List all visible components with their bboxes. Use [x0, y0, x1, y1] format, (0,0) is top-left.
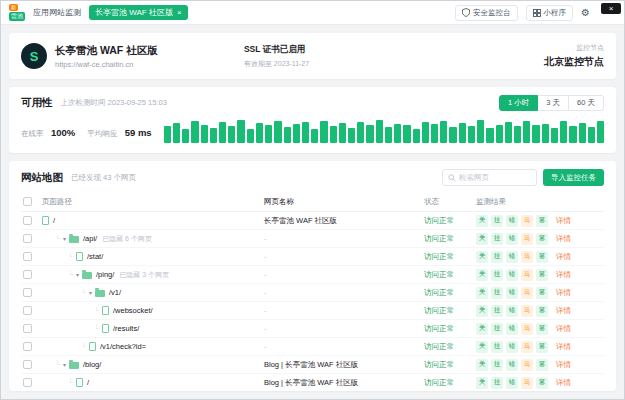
tab-current-site[interactable]: 长亭雷池 WAF 社区版 ×	[89, 5, 188, 20]
row-checkbox[interactable]	[23, 378, 32, 387]
site-url-link[interactable]: https://waf-ce.chaitin.cn	[55, 60, 158, 69]
check-tag: 错	[506, 359, 518, 371]
page-path-link[interactable]: /websocket/	[113, 306, 153, 315]
table-row[interactable]: └▾/ping/已隐藏 3 个网页-访问正常关挂错马篡详情	[21, 266, 604, 284]
page-path-link[interactable]: /results/	[113, 324, 139, 333]
check-tag: 挂	[491, 305, 503, 317]
sitemap-subtitle: 已经发现 43 个网页	[71, 173, 136, 183]
page-path-link[interactable]: /ping/	[96, 270, 114, 279]
cell-page-path: └/results/	[42, 324, 264, 333]
search-box[interactable]	[442, 169, 537, 186]
row-checkbox[interactable]	[23, 324, 32, 333]
availability-bar	[496, 125, 503, 143]
check-tag: 马	[521, 233, 533, 245]
cell-page-path: └▾/api/已隐藏 6 个网页	[42, 234, 264, 244]
cell-page-path: └▾/blog/	[42, 360, 264, 369]
availability-bar	[256, 123, 263, 143]
detail-link[interactable]: 详情	[556, 378, 571, 388]
security-console-button[interactable]: 安全监控台	[455, 5, 518, 21]
table-row[interactable]: └▾/api/已隐藏 6 个网页-访问正常关挂错马篡详情	[21, 230, 604, 248]
check-tag: 篡	[536, 287, 548, 299]
sitemap-actions: 导入监控任务	[442, 169, 604, 186]
monitor-node-value: 北京监控节点	[433, 55, 604, 69]
expand-caret-icon[interactable]: ▾	[89, 289, 92, 296]
check-tag: 错	[506, 323, 518, 335]
expand-caret-icon[interactable]: ▾	[63, 361, 66, 368]
folder-icon	[82, 272, 92, 279]
table-row[interactable]: └/results/-访问正常关挂错马篡详情	[21, 320, 604, 338]
page-path-link[interactable]: /stat/	[87, 252, 103, 261]
range-option-2[interactable]: 60 天	[569, 95, 604, 111]
availability-bar	[210, 128, 217, 143]
tree-branch-icon: └	[68, 379, 73, 386]
tab-website-monitor[interactable]: 应用网站监测	[33, 7, 81, 18]
availability-bar	[191, 121, 198, 143]
check-tag: 篡	[536, 305, 548, 317]
mini-program-button[interactable]: 小程序	[526, 5, 574, 21]
detail-link[interactable]: 详情	[556, 360, 571, 370]
tree-branch-icon: └	[94, 325, 99, 332]
detail-link[interactable]: 详情	[556, 270, 571, 280]
time-range-selector: 1 小时3 天60 天	[499, 95, 604, 111]
row-checkbox[interactable]	[23, 252, 32, 261]
check-tag: 关	[476, 359, 488, 371]
detail-link[interactable]: 详情	[556, 288, 571, 298]
page-path-link[interactable]: /	[53, 216, 55, 225]
search-input[interactable]	[459, 173, 531, 182]
detail-link[interactable]: 详情	[556, 252, 571, 262]
availability-bar	[551, 128, 558, 143]
availability-bar	[339, 123, 346, 143]
table-row[interactable]: /长亭雷池 WAF 社区版访问正常关挂错马篡详情	[21, 212, 604, 230]
cell-page-path: └/	[42, 378, 264, 387]
table-row[interactable]: └▾/v1/-访问正常关挂错马篡详情	[21, 284, 604, 302]
select-all-checkbox[interactable]	[23, 197, 32, 206]
page-path-link[interactable]: /	[87, 378, 89, 387]
page-icon	[42, 216, 49, 225]
mini-program-icon	[533, 9, 541, 17]
column-header-status: 状态	[424, 197, 476, 207]
detail-link[interactable]: 详情	[556, 342, 571, 352]
page-icon	[102, 324, 109, 333]
page-path-link[interactable]: /blog/	[83, 360, 101, 369]
import-monitor-task-button[interactable]: 导入监控任务	[543, 169, 604, 186]
availability-bar	[569, 126, 576, 143]
detail-link[interactable]: 详情	[556, 216, 571, 226]
range-option-1[interactable]: 3 天	[538, 95, 569, 111]
row-checkbox[interactable]	[23, 342, 32, 351]
tree-branch-icon: └	[55, 235, 60, 242]
table-row[interactable]: └/v1/check?id=-访问正常关挂错马篡详情	[21, 338, 604, 356]
row-checkbox[interactable]	[23, 270, 32, 279]
page-path-link[interactable]: /v1/	[109, 288, 121, 297]
check-tag: 关	[476, 215, 488, 227]
availability-bar-chart	[164, 119, 604, 143]
window-close-button[interactable]: ×	[601, 3, 621, 14]
expand-caret-icon[interactable]: ▾	[63, 235, 66, 242]
row-checkbox[interactable]	[23, 234, 32, 243]
availability-bar	[459, 123, 466, 143]
page-path-link[interactable]: /api/	[83, 234, 97, 243]
detail-link[interactable]: 详情	[556, 324, 571, 334]
tab-close-icon[interactable]: ×	[177, 9, 182, 17]
page-path-link[interactable]: /v1/check?id=	[100, 342, 146, 351]
range-option-0[interactable]: 1 小时	[499, 95, 538, 111]
row-checkbox[interactable]	[23, 288, 32, 297]
table-row[interactable]: └/websocket/-访问正常关挂错马篡详情	[21, 302, 604, 320]
availability-bar	[173, 123, 180, 143]
sitemap-card: 网站地图 已经发现 43 个网页 导入监控任务 页面路径 网页名称 状态	[9, 161, 616, 391]
row-checkbox[interactable]	[23, 306, 32, 315]
expand-caret-icon[interactable]: ▾	[76, 271, 79, 278]
row-checkbox[interactable]	[23, 216, 32, 225]
cell-page-name: -	[264, 324, 424, 333]
sitemap-header: 网站地图 已经发现 43 个网页 导入监控任务	[21, 169, 604, 186]
table-row[interactable]: └/Blog | 长亭雷池 WAF 社区版访问正常关挂错马篡详情	[21, 374, 604, 391]
table-row[interactable]: └/stat/-访问正常关挂错马篡详情	[21, 248, 604, 266]
gear-icon[interactable]: ⚙	[581, 8, 590, 18]
detail-link[interactable]: 详情	[556, 234, 571, 244]
tree-branch-icon: └	[68, 253, 73, 260]
row-checkbox[interactable]	[23, 360, 32, 369]
availability-bar	[579, 123, 586, 143]
table-row[interactable]: └▾/blog/Blog | 长亭雷池 WAF 社区版访问正常关挂错马篡详情	[21, 356, 604, 374]
check-tag: 马	[521, 341, 533, 353]
availability-bar	[394, 124, 401, 143]
detail-link[interactable]: 详情	[556, 306, 571, 316]
